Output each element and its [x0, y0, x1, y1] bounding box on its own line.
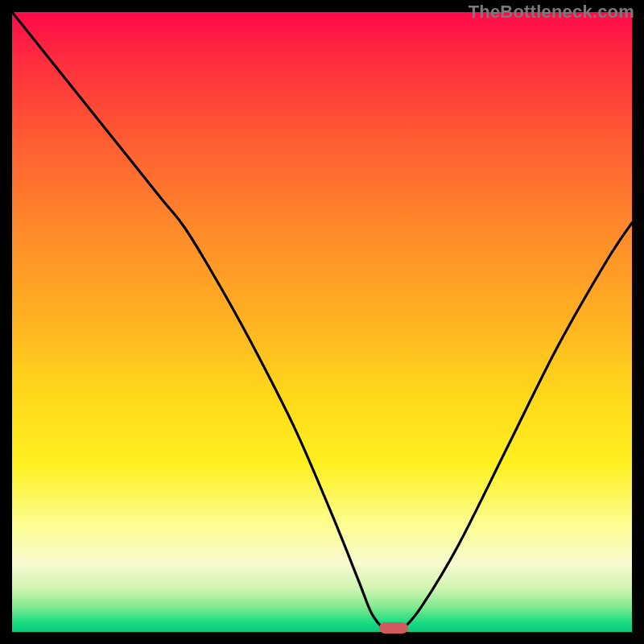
optimal-marker: [379, 622, 408, 634]
watermark-text: TheBottleneck.com: [469, 2, 634, 23]
chart-frame: TheBottleneck.com: [0, 0, 644, 644]
plot-area: [12, 12, 632, 632]
bottleneck-curve: [12, 12, 632, 632]
